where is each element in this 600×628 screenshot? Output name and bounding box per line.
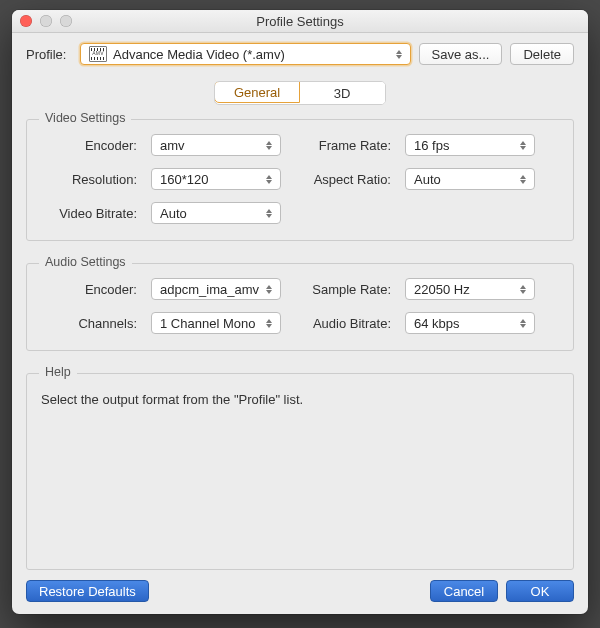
close-icon[interactable] bbox=[20, 15, 32, 27]
channels-value: 1 Channel Mono bbox=[160, 316, 260, 331]
video-settings-group: Video Settings Encoder: amv Frame Rate: … bbox=[26, 119, 574, 241]
chevron-updown-icon bbox=[264, 283, 274, 295]
footer: Restore Defaults Cancel OK bbox=[12, 570, 588, 614]
zoom-icon[interactable] bbox=[60, 15, 72, 27]
save-as-button[interactable]: Save as... bbox=[419, 43, 503, 65]
help-title: Help bbox=[39, 365, 77, 379]
video-bitrate-combo[interactable]: Auto bbox=[151, 202, 281, 224]
delete-label: Delete bbox=[523, 47, 561, 62]
profile-selected-text: Advance Media Video (*.amv) bbox=[113, 47, 390, 62]
video-encoder-label: Encoder: bbox=[41, 138, 137, 153]
video-bitrate-label: Video Bitrate: bbox=[41, 206, 137, 221]
help-text: Select the output format from the "Profi… bbox=[41, 388, 559, 407]
tab-3d-label: 3D bbox=[334, 86, 351, 101]
sample-rate-value: 22050 Hz bbox=[414, 282, 514, 297]
frame-rate-label: Frame Rate: bbox=[295, 138, 391, 153]
delete-button[interactable]: Delete bbox=[510, 43, 574, 65]
window-title: Profile Settings bbox=[12, 14, 588, 29]
resolution-label: Resolution: bbox=[41, 172, 137, 187]
save-as-label: Save as... bbox=[432, 47, 490, 62]
tab-general[interactable]: General bbox=[214, 81, 300, 103]
chevron-updown-icon bbox=[518, 317, 528, 329]
sample-rate-label: Sample Rate: bbox=[295, 282, 391, 297]
video-settings-title: Video Settings bbox=[39, 111, 131, 125]
audio-encoder-value: adpcm_ima_amv bbox=[160, 282, 260, 297]
channels-combo[interactable]: 1 Channel Mono bbox=[151, 312, 281, 334]
audio-settings-group: Audio Settings Encoder: adpcm_ima_amv Sa… bbox=[26, 263, 574, 351]
sample-rate-combo[interactable]: 22050 Hz bbox=[405, 278, 535, 300]
cancel-button[interactable]: Cancel bbox=[430, 580, 498, 602]
chevron-updown-icon bbox=[264, 317, 274, 329]
resolution-combo[interactable]: 160*120 bbox=[151, 168, 281, 190]
video-encoder-combo[interactable]: amv bbox=[151, 134, 281, 156]
chevron-updown-icon bbox=[518, 283, 528, 295]
traffic-lights bbox=[12, 15, 72, 27]
audio-bitrate-combo[interactable]: 64 kbps bbox=[405, 312, 535, 334]
chevron-updown-icon bbox=[394, 48, 404, 60]
profile-combo[interactable]: AMV Advance Media Video (*.amv) bbox=[80, 43, 411, 65]
titlebar: Profile Settings bbox=[12, 10, 588, 33]
aspect-ratio-combo[interactable]: Auto bbox=[405, 168, 535, 190]
audio-encoder-combo[interactable]: adpcm_ima_amv bbox=[151, 278, 281, 300]
restore-defaults-label: Restore Defaults bbox=[39, 584, 136, 599]
restore-defaults-button[interactable]: Restore Defaults bbox=[26, 580, 149, 602]
chevron-updown-icon bbox=[518, 173, 528, 185]
tab-bar: General 3D bbox=[26, 81, 574, 105]
minimize-icon[interactable] bbox=[40, 15, 52, 27]
channels-label: Channels: bbox=[41, 316, 137, 331]
resolution-value: 160*120 bbox=[160, 172, 260, 187]
audio-settings-title: Audio Settings bbox=[39, 255, 132, 269]
ok-label: OK bbox=[531, 584, 550, 599]
frame-rate-value: 16 fps bbox=[414, 138, 514, 153]
chevron-updown-icon bbox=[264, 207, 274, 219]
aspect-ratio-value: Auto bbox=[414, 172, 514, 187]
video-bitrate-value: Auto bbox=[160, 206, 260, 221]
tab-general-label: General bbox=[234, 85, 280, 100]
amv-icon: AMV bbox=[89, 46, 107, 62]
help-group: Help Select the output format from the "… bbox=[26, 373, 574, 570]
chevron-updown-icon bbox=[264, 139, 274, 151]
aspect-ratio-label: Aspect Ratio: bbox=[295, 172, 391, 187]
audio-bitrate-label: Audio Bitrate: bbox=[295, 316, 391, 331]
profile-row: Profile: AMV Advance Media Video (*.amv)… bbox=[26, 43, 574, 65]
audio-bitrate-value: 64 kbps bbox=[414, 316, 514, 331]
video-encoder-value: amv bbox=[160, 138, 260, 153]
audio-encoder-label: Encoder: bbox=[41, 282, 137, 297]
cancel-label: Cancel bbox=[444, 584, 484, 599]
profile-label: Profile: bbox=[26, 47, 72, 62]
frame-rate-combo[interactable]: 16 fps bbox=[405, 134, 535, 156]
ok-button[interactable]: OK bbox=[506, 580, 574, 602]
profile-settings-window: Profile Settings Profile: AMV Advance Me… bbox=[12, 10, 588, 614]
tab-3d[interactable]: 3D bbox=[299, 82, 385, 104]
chevron-updown-icon bbox=[518, 139, 528, 151]
content: Profile: AMV Advance Media Video (*.amv)… bbox=[12, 33, 588, 570]
chevron-updown-icon bbox=[264, 173, 274, 185]
